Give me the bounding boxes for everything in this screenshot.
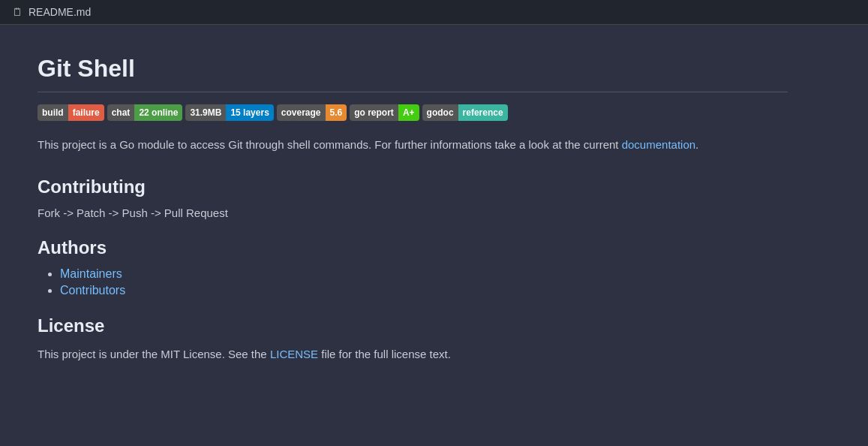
license-text: This project is under the MIT License. S… (38, 345, 788, 363)
description: This project is a Go module to access Gi… (38, 136, 788, 154)
authors-heading: Authors (38, 237, 788, 258)
badge-chat[interactable]: chat 22 online (107, 104, 183, 121)
page-heading: Git Shell (38, 55, 788, 83)
badge-godoc-left: godoc (422, 104, 458, 121)
badge-coverage[interactable]: coverage 5.6 (277, 104, 347, 121)
badge-size-right: 15 layers (226, 104, 273, 121)
authors-list: Maintainers Contributors (38, 267, 788, 297)
badge-build-right: failure (68, 104, 104, 121)
badge-godoc[interactable]: godoc reference (422, 104, 508, 121)
badges-row: build failure chat 22 online 31.9MB 15 l… (38, 104, 788, 121)
top-bar: 🗒 README.md (0, 0, 868, 25)
badge-size[interactable]: 31.9MB 15 layers (185, 104, 273, 121)
badge-chat-left: chat (107, 104, 135, 121)
description-after: . (695, 138, 698, 151)
content: Git Shell build failure chat 22 online 3… (0, 25, 825, 393)
badge-build[interactable]: build failure (38, 104, 104, 121)
list-item: Maintainers (60, 267, 788, 281)
list-item: Contributors (60, 284, 788, 297)
documentation-link[interactable]: documentation (622, 138, 695, 151)
contributors-link[interactable]: Contributors (60, 284, 125, 297)
badge-coverage-right: 5.6 (326, 104, 347, 121)
badge-size-left: 31.9MB (185, 104, 226, 121)
description-before: This project is a Go module to access Gi… (38, 138, 622, 151)
maintainers-link[interactable]: Maintainers (60, 267, 122, 280)
badge-go-report-right: A+ (398, 104, 419, 121)
file-icon: 🗒 (12, 6, 23, 18)
badge-build-left: build (38, 104, 68, 121)
license-before: This project is under the MIT License. S… (38, 348, 270, 360)
license-heading: License (38, 315, 788, 336)
badge-go-report[interactable]: go report A+ (350, 104, 419, 121)
badge-godoc-right: reference (458, 104, 508, 121)
license-after: file for the full license text. (318, 348, 451, 360)
contributing-heading: Contributing (38, 176, 788, 197)
fork-text: Fork -> Patch -> Push -> Pull Request (38, 206, 788, 219)
badge-go-report-left: go report (350, 104, 398, 121)
top-bar-title: README.md (29, 6, 91, 18)
license-link[interactable]: LICENSE (270, 348, 318, 360)
divider (38, 92, 788, 92)
badge-coverage-left: coverage (277, 104, 326, 121)
badge-chat-right: 22 online (134, 104, 182, 121)
